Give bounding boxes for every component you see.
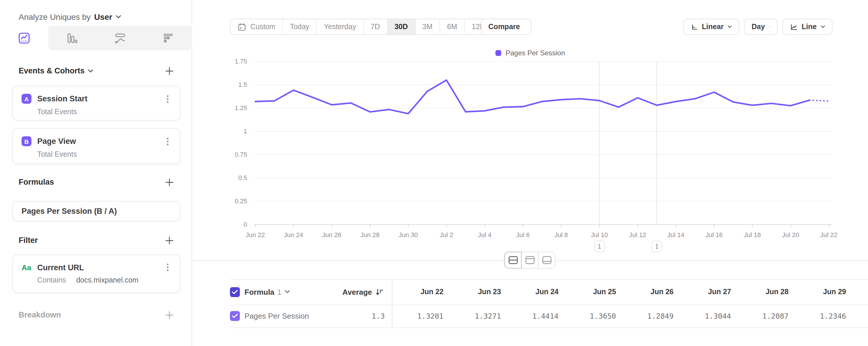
table-date-header[interactable]: Jun 23 — [450, 279, 507, 305]
table-series-row: Pages Per Session 1.3 — [230, 305, 392, 327]
x-axis-tick-label: Jul 8 — [544, 231, 579, 238]
table-value-cell[interactable]: 1.3201 — [392, 305, 450, 327]
select-all-checkbox[interactable] — [230, 287, 240, 297]
x-axis-tick-label: Jul 20 — [773, 231, 808, 238]
y-axis-tick-label: 1.5 — [224, 81, 247, 88]
x-axis-tick-label: Jul 4 — [467, 231, 502, 238]
split-rows-icon — [508, 256, 518, 264]
table-date-header[interactable]: Jun 25 — [564, 279, 622, 305]
table-date-header[interactable]: Jun 24 — [507, 279, 564, 305]
x-axis-tick-label: Jun 30 — [391, 231, 426, 238]
layout-table-bottom-button[interactable] — [538, 252, 555, 268]
table-border-bottom — [230, 327, 868, 328]
average-column-header[interactable]: Average — [342, 287, 392, 296]
x-axis-tick-label: Jul 2 — [429, 231, 464, 238]
table-date-header[interactable]: Jun 28 — [737, 279, 795, 305]
table-value-cell[interactable]: 1.2087 — [737, 305, 795, 327]
mixpanel-insights-report: Analyze Uniques by User — [0, 0, 868, 346]
chevron-down-icon — [284, 290, 290, 294]
series-checkbox[interactable] — [230, 311, 240, 321]
series-line-incomplete-dotted — [810, 100, 829, 101]
table-header-row: Formula 1 Average — [230, 279, 392, 305]
formula-header-label: Formula — [245, 287, 275, 296]
table-value-cell[interactable]: 1.2849 — [622, 305, 679, 327]
y-axis-tick-label: 0.5 — [224, 174, 247, 181]
annotation-count-badge[interactable]: 1 — [651, 240, 662, 252]
table-date-header[interactable]: Jun 27 — [679, 279, 737, 305]
table-value-cell[interactable]: 1.3271 — [450, 305, 507, 327]
annotation-count-badge[interactable]: 1 — [594, 240, 604, 252]
x-axis-tick-label: Jul 6 — [506, 231, 540, 238]
x-axis-tick-label: Jun 28 — [352, 231, 388, 238]
y-axis-tick-label: 0.25 — [224, 198, 247, 204]
x-axis-tick-label: Jul 12 — [620, 231, 655, 238]
check-icon — [232, 313, 238, 319]
check-icon — [232, 289, 238, 294]
y-axis-tick-label: 0 — [224, 221, 247, 228]
series-name[interactable]: Pages Per Session — [245, 312, 309, 320]
table-date-header[interactable]: Jun 26 — [622, 279, 679, 305]
x-axis-tick-label: Jul 22 — [811, 231, 846, 238]
x-axis-tick-label: Jun 24 — [276, 231, 311, 238]
table-date-header[interactable]: Jun 29 — [794, 279, 852, 305]
table-value-cell[interactable]: 1.3650 — [564, 305, 622, 327]
layout-chart-top-button[interactable] — [521, 252, 538, 268]
layout-toggle-group — [504, 252, 555, 268]
y-axis-tick-label: 0.75 — [224, 151, 247, 158]
formula-header[interactable]: Formula 1 — [245, 287, 290, 296]
average-value: 1.3 — [372, 312, 392, 320]
y-axis-tick-label: 1.25 — [224, 104, 247, 111]
bottom-row-icon — [542, 256, 552, 264]
series-line[interactable] — [255, 80, 810, 114]
top-row-icon — [525, 256, 535, 264]
x-axis-tick-label: Jul 14 — [658, 231, 693, 238]
table-date-headers: Jun 22Jun 23Jun 24Jun 25Jun 26Jun 27Jun … — [392, 279, 852, 305]
table-date-values: 1.32011.32711.44141.36501.28491.30441.20… — [392, 305, 852, 327]
table-value-cell[interactable]: 1.4414 — [507, 305, 564, 327]
sort-icon — [375, 288, 383, 296]
x-axis-tick-label: Jun 22 — [238, 231, 273, 238]
x-axis-tick-label: Jun 26 — [314, 231, 349, 238]
x-axis-tick-label: Jul 18 — [735, 231, 770, 238]
y-axis-tick-label: 1 — [224, 127, 247, 135]
table-value-cell[interactable]: 1.3044 — [679, 305, 737, 327]
average-header-label: Average — [342, 287, 372, 296]
layout-split-view-button[interactable] — [504, 252, 522, 268]
table-value-cell[interactable]: 1.2346 — [794, 305, 852, 327]
x-axis-tick-label: Jul 16 — [696, 231, 732, 238]
screenshot-stage: Analyze Uniques by User — [0, 0, 868, 346]
x-axis-tick-label: Jul 10 — [582, 231, 617, 238]
y-axis-tick-label: 1.75 — [224, 58, 247, 65]
table-date-header[interactable]: Jun 22 — [392, 279, 450, 305]
formula-header-number: 1 — [277, 287, 281, 296]
